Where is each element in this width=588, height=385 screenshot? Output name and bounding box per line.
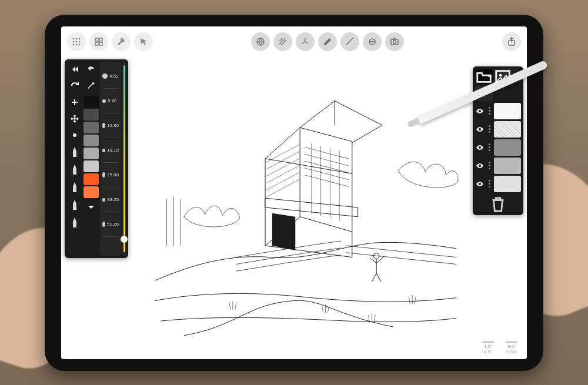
size-tick[interactable]: 12.80 (102, 113, 119, 138)
layer-thumbnail[interactable] (494, 176, 521, 192)
scale-readout: 1.0"0.5" (482, 342, 494, 354)
move-icon[interactable] (67, 111, 82, 126)
layers-tab-folder[interactable] (475, 69, 493, 84)
svg-point-8 (79, 43, 81, 45)
accent-swatch-1[interactable] (83, 186, 99, 198)
color-swatch-1[interactable] (83, 109, 99, 120)
grid-dots-icon[interactable] (67, 32, 86, 51)
scale-status: 1.0"0.5"3.6"1:3.6 (482, 342, 517, 354)
layer-row[interactable] (475, 139, 521, 156)
layer-visibility-toggle[interactable] (475, 179, 485, 189)
svg-rect-15 (391, 39, 398, 45)
accent-swatch-0[interactable] (83, 173, 99, 185)
pencil-icon[interactable] (318, 32, 337, 51)
axes3d-icon[interactable] (296, 32, 315, 51)
layer-thumbnail[interactable] (494, 103, 521, 119)
add-icon[interactable] (67, 95, 82, 110)
svg-point-2 (79, 38, 81, 39)
size-tick-label: 8.40 (108, 98, 117, 103)
wrench-icon[interactable] (112, 32, 131, 51)
layer-drag-handle[interactable] (486, 176, 492, 192)
layer-visibility-toggle[interactable] (475, 125, 485, 134)
brush-size-ruler[interactable]: 4.538.4012.8018.1025.6038.2051.20 (100, 62, 121, 256)
size-tick-label: 18.10 (107, 148, 119, 153)
layer-drag-handle[interactable] (486, 158, 492, 174)
sketch-artwork (149, 59, 462, 351)
layer-visibility-toggle[interactable] (475, 143, 485, 152)
circle-target-icon[interactable] (363, 32, 382, 51)
size-tick[interactable]: 8.40 (102, 89, 119, 113)
size-tick[interactable]: 18.10 (102, 138, 119, 163)
layer-row[interactable] (475, 176, 521, 192)
svg-point-4 (76, 41, 78, 42)
desk-surface: 4.538.4012.8018.1025.6038.2051.20 T (0, 0, 588, 385)
layer-drag-handle[interactable] (486, 121, 492, 138)
size-tick[interactable]: 4.53 (102, 64, 119, 89)
nib-chisel[interactable] (67, 197, 82, 213)
camera-icon[interactable] (385, 32, 404, 51)
svg-point-1 (76, 38, 78, 39)
layer-drag-handle[interactable] (486, 103, 492, 119)
brush-size-slider[interactable] (122, 62, 126, 256)
color-swatch-5[interactable] (83, 160, 99, 172)
svg-point-6 (73, 43, 75, 45)
globe-icon[interactable] (251, 32, 270, 51)
layer-thumbnail[interactable] (494, 139, 521, 156)
size-tick-label: 12.80 (107, 123, 119, 128)
app-screen: 4.538.4012.8018.1025.6038.2051.20 T (61, 26, 527, 359)
svg-rect-11 (95, 42, 98, 45)
svg-point-16 (393, 41, 396, 43)
scale-value-top: 1.0" (484, 344, 492, 349)
chevron-down-icon[interactable] (83, 199, 99, 215)
undo-brush-icon[interactable] (83, 62, 99, 77)
svg-point-20 (499, 73, 502, 76)
layer-row[interactable] (475, 103, 521, 119)
size-tick[interactable]: 25.60 (102, 163, 119, 188)
layer-visibility-toggle[interactable] (475, 106, 485, 116)
color-swatch-2[interactable] (83, 122, 99, 133)
arrow-cursor-icon[interactable] (134, 32, 153, 51)
nib-round[interactable] (67, 162, 82, 178)
svg-rect-10 (99, 38, 102, 41)
delete-layer-button[interactable] (489, 196, 507, 213)
color-swatch-3[interactable] (83, 135, 99, 146)
nib-brush[interactable] (67, 179, 82, 196)
left-tool-strip: 4.538.4012.8018.1025.6038.2051.20 (65, 59, 128, 258)
nib-fine[interactable] (67, 144, 82, 160)
hatch-icon[interactable] (273, 32, 292, 51)
eyedropper-icon[interactable] (83, 78, 99, 93)
scale-readout: 3.6"1:3.6 (506, 342, 517, 354)
scale-value-top: 3.6" (507, 344, 516, 349)
drawing-canvas[interactable] (149, 59, 462, 351)
layer-drag-handle[interactable] (486, 139, 492, 156)
svg-point-0 (73, 38, 75, 39)
svg-point-18 (73, 133, 76, 137)
layer-row[interactable] (475, 121, 521, 138)
svg-rect-12 (99, 42, 102, 45)
size-tick-label: 38.20 (107, 197, 119, 202)
svg-point-5 (79, 41, 81, 42)
top-toolbar (61, 30, 527, 53)
size-tick-label: 4.53 (109, 73, 119, 79)
share-icon[interactable] (502, 32, 521, 51)
layer-visibility-toggle[interactable] (475, 161, 485, 170)
tablet-body: 4.538.4012.8018.1025.6038.2051.20 T (45, 15, 543, 371)
color-swatch-4[interactable] (83, 148, 99, 159)
layer-thumbnail[interactable] (494, 158, 521, 174)
nib-texture[interactable] (67, 215, 82, 231)
scale-value-bottom: 0.5" (484, 349, 492, 354)
svg-point-7 (76, 43, 78, 45)
size-tick-label: 25.60 (107, 172, 119, 178)
redo-icon[interactable] (67, 78, 82, 93)
layer-row[interactable] (475, 158, 521, 174)
svg-rect-9 (95, 38, 98, 41)
ruler-icon[interactable] (340, 32, 359, 51)
scale-value-bottom: 1:3.6 (506, 349, 517, 354)
collapse-icon[interactable] (67, 62, 82, 77)
size-tick[interactable]: 38.20 (102, 188, 119, 212)
layer-thumbnail[interactable] (494, 121, 521, 138)
color-swatch-0[interactable] (83, 96, 99, 108)
brush-size-dot[interactable] (67, 128, 82, 143)
grid-apps-icon[interactable] (89, 32, 108, 51)
size-tick[interactable]: 51.20 (102, 212, 119, 237)
